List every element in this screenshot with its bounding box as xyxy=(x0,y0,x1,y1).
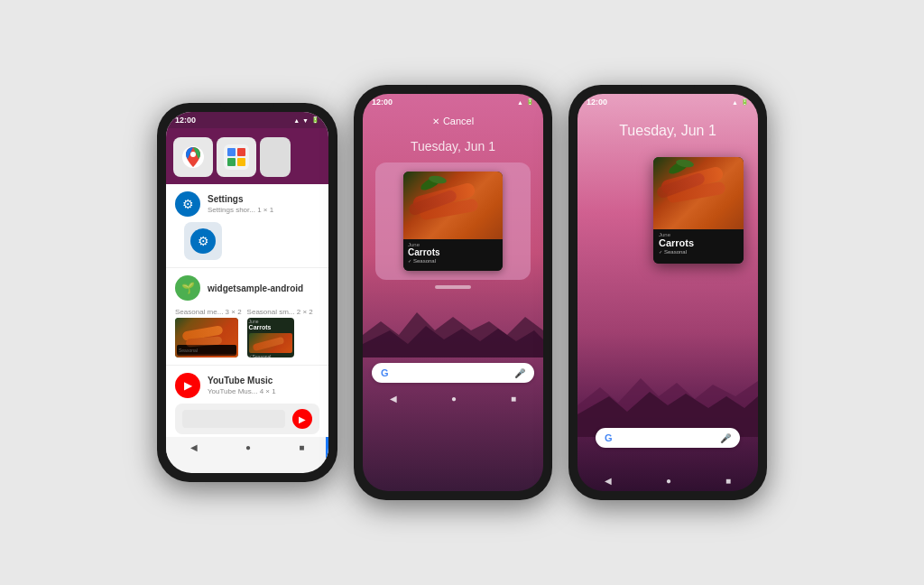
svg-rect-6 xyxy=(237,158,245,166)
phone1-screen: 12:00 ▲ ▼ 🔋 xyxy=(166,112,328,473)
phone3-screen: 12:00 ▲ 🔋 Tuesday, Jun 1 J xyxy=(578,94,758,491)
status-icons-3: ▲ 🔋 xyxy=(732,98,749,106)
seasonal-med-thumb[interactable]: Seasonal xyxy=(175,318,238,358)
camera-notch-1 xyxy=(220,103,274,110)
widget-preview-row: Seasonal me... 3 × 2 Seasonal xyxy=(175,306,319,358)
time-3: 12:00 xyxy=(587,98,607,107)
status-icons-1: ▲ ▼ 🔋 xyxy=(293,116,319,124)
svg-rect-5 xyxy=(227,158,236,166)
maps2-icon xyxy=(224,144,249,170)
google-bar-3[interactable]: G 🎤 xyxy=(596,428,740,448)
recents-btn-3[interactable]: ■ xyxy=(725,476,731,486)
youtube-subtitle: YouTube Mus... 4 × 1 xyxy=(208,387,276,395)
bottom-nav-3: ◀ ● ■ xyxy=(578,470,758,491)
svg-rect-3 xyxy=(227,148,236,156)
homescreen-widget-area: June Carrots ✓ Seasonal xyxy=(578,157,758,264)
mountain-area-2 xyxy=(363,294,543,358)
cancel-bar[interactable]: ✕ Cancel xyxy=(363,110,543,132)
maps-icon-box[interactable] xyxy=(173,137,213,177)
status-icons-2: ▲ 🔋 xyxy=(517,98,534,106)
camera-notch-3 xyxy=(641,85,695,92)
back-btn-2[interactable]: ◀ xyxy=(390,394,397,404)
date-label-2: Tuesday, Jun 1 xyxy=(363,132,543,157)
date-label-3: Tuesday, Jun 1 xyxy=(578,110,758,148)
bottom-nav-2: ◀ ● ■ xyxy=(363,388,543,409)
homescreen-seed-packet[interactable]: June Carrots ✓ Seasonal xyxy=(653,157,744,264)
cancel-label[interactable]: Cancel xyxy=(443,116,474,126)
back-btn-3[interactable]: ◀ xyxy=(605,476,612,486)
mountain-svg-3 xyxy=(578,347,758,437)
google-mic-3[interactable]: 🎤 xyxy=(720,433,731,443)
maps-icon xyxy=(180,144,207,171)
recents-btn-2[interactable]: ■ xyxy=(511,394,516,404)
app3-icon-box[interactable] xyxy=(260,137,291,177)
google-bar-2[interactable]: G 🎤 xyxy=(372,363,534,383)
svg-rect-4 xyxy=(237,148,245,156)
google-g-2: G xyxy=(381,367,389,378)
google-mic-2[interactable]: 🎤 xyxy=(514,368,525,378)
widgetsample-title: widgetsample-android xyxy=(208,283,303,293)
camera-notch-2 xyxy=(426,85,480,92)
home-btn-2[interactable]: ● xyxy=(451,394,457,404)
youtube-play-btn[interactable]: ▶ xyxy=(292,409,312,429)
time-2: 12:00 xyxy=(372,98,393,107)
status-bar-1: 12:00 ▲ ▼ 🔋 xyxy=(166,112,328,128)
widget-list: ⚙ Settings Settings shor... 1 × 1 ⚙ xyxy=(166,184,328,437)
youtube-icon: ▶ xyxy=(175,373,200,398)
settings-widget-item[interactable]: ⚙ Settings Settings shor... 1 × 1 ⚙ xyxy=(166,184,328,268)
google-g-3: G xyxy=(605,432,613,443)
wifi-icon-1: ▲ xyxy=(293,117,300,124)
settings-subtitle: Settings shor... 1 × 1 xyxy=(208,206,273,214)
time-1: 12:00 xyxy=(175,116,196,125)
home-btn-3[interactable]: ● xyxy=(666,476,671,486)
widget-name-3: Carrots xyxy=(659,237,738,249)
widget-picker-card[interactable]: June Carrots ✓ Seasonal xyxy=(375,162,531,280)
wifi-icon-2: ▲ xyxy=(517,99,523,106)
seed-packet-widget[interactable]: June Carrots ✓ Seasonal xyxy=(403,172,503,271)
phone1: 12:00 ▲ ▼ 🔋 xyxy=(157,103,337,482)
settings-preview-icon: ⚙ xyxy=(184,222,222,260)
app-icons-row xyxy=(166,128,328,184)
mountain-area-3 xyxy=(578,347,758,437)
maps2-icon-box[interactable] xyxy=(217,137,256,177)
widgetsample-icon: 🌱 xyxy=(175,275,200,301)
widget-brand-2: ✓ Seasonal xyxy=(408,258,498,264)
youtube-widget-item[interactable]: ▶ YouTube Music YouTube Mus... 4 × 1 ▶ xyxy=(166,366,328,437)
cancel-x-icon: ✕ xyxy=(432,116,439,126)
phone3: 12:00 ▲ 🔋 Tuesday, Jun 1 J xyxy=(568,85,767,500)
signal-icon-2: 🔋 xyxy=(526,98,534,106)
phone2-screen: 12:00 ▲ 🔋 ✕ Cancel Tuesday, Jun 1 xyxy=(363,94,543,491)
scroll-indicator-2 xyxy=(435,285,471,289)
settings-icon: ⚙ xyxy=(175,191,200,217)
seasonal-med-label: Seasonal me... 3 × 2 xyxy=(175,308,242,316)
bottom-nav-1: ◀ ● ■ xyxy=(166,437,328,458)
battery-icon-3: 🔋 xyxy=(741,98,749,106)
mountain-svg-2 xyxy=(363,294,543,358)
widgetsample-widget-item[interactable]: 🌱 widgetsample-android Seasonal me... 3 … xyxy=(166,268,328,366)
home-btn-1[interactable]: ● xyxy=(245,442,251,452)
svg-point-1 xyxy=(190,152,196,157)
seasonal-sm-thumb[interactable]: June Carrots ✓ Seasonal xyxy=(247,318,294,358)
recents-btn-1[interactable]: ■ xyxy=(299,442,304,452)
youtube-preview[interactable]: ▶ xyxy=(175,404,319,434)
wifi-icon-3: ▲ xyxy=(732,99,738,106)
widget-brand-3: ✓ Seasonal xyxy=(659,249,738,255)
widget-name-2: Carrots xyxy=(408,247,498,258)
battery-icon-1: 🔋 xyxy=(311,116,319,124)
status-bar-3: 12:00 ▲ 🔋 xyxy=(578,94,758,110)
status-bar-2: 12:00 ▲ 🔋 xyxy=(363,94,543,110)
youtube-title: YouTube Music xyxy=(208,376,276,385)
seasonal-sm-label: Seasonal sm... 2 × 2 xyxy=(247,308,313,316)
svg-rect-2 xyxy=(224,144,249,170)
scroll-accent xyxy=(326,437,328,458)
phone2: 12:00 ▲ 🔋 ✕ Cancel Tuesday, Jun 1 xyxy=(354,85,552,500)
settings-title: Settings xyxy=(208,194,273,204)
signal-icon-1: ▼ xyxy=(302,117,309,124)
back-btn-1[interactable]: ◀ xyxy=(190,442,198,452)
